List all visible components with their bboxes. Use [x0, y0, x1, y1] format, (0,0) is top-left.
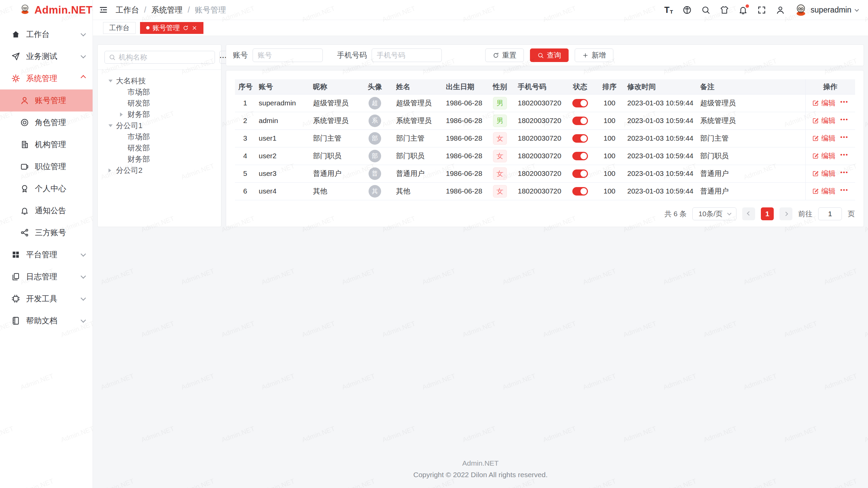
tree-node[interactable]: 财务部	[104, 109, 214, 120]
cell-modified: 2023-01-03 10:59:44	[624, 112, 697, 129]
row-actions: 编辑•••	[809, 169, 852, 178]
notification-icon[interactable]	[738, 5, 748, 15]
column-header-nickname: 昵称	[310, 79, 357, 94]
tab-account-management[interactable]: 账号管理	[140, 22, 203, 34]
sidebar-item-document[interactable]: 日志管理	[0, 266, 93, 288]
table-panel: 序号账号昵称头像姓名出生日期性别手机号码状态排序修改时间备注操作 1supera…	[226, 70, 864, 227]
breadcrumb-item[interactable]: 系统管理	[151, 5, 182, 15]
close-icon[interactable]	[192, 25, 197, 31]
more-actions-button[interactable]: •••	[840, 151, 848, 160]
edit-button[interactable]: 编辑	[812, 151, 835, 161]
user-icon	[20, 96, 29, 105]
status-toggle[interactable]	[572, 169, 588, 178]
status-toggle[interactable]	[572, 117, 588, 125]
theme-icon[interactable]	[720, 5, 729, 15]
sidebar-item-home[interactable]: 工作台	[0, 23, 93, 45]
tree-node[interactable]: 研发部	[104, 98, 214, 109]
sidebar-item-user[interactable]: 账号管理	[0, 89, 93, 111]
cell-name: 部门主管	[393, 129, 442, 147]
cell-birth: 1986-06-28	[442, 147, 486, 165]
status-toggle[interactable]	[572, 187, 588, 196]
language-icon[interactable]	[683, 5, 692, 15]
edit-button[interactable]: 编辑	[812, 116, 835, 125]
sidebar-item-link[interactable]: 三方账号	[0, 222, 93, 244]
edit-button[interactable]: 编辑	[812, 134, 835, 143]
profile-icon[interactable]	[776, 5, 785, 15]
more-actions-button[interactable]: •••	[840, 99, 848, 107]
org-tree-header: ...	[98, 51, 221, 70]
edit-button[interactable]: 编辑	[812, 186, 835, 196]
current-page[interactable]: 1	[761, 207, 774, 220]
reset-button[interactable]: 重置	[485, 48, 524, 62]
chevron-down-icon	[81, 251, 86, 257]
tree-node[interactable]: 市场部	[104, 86, 214, 98]
fullscreen-icon[interactable]	[757, 5, 766, 15]
breadcrumb-item[interactable]: 工作台	[116, 5, 139, 15]
sidebar-item-promotion[interactable]: 业务测试	[0, 45, 93, 67]
phone-input[interactable]	[372, 48, 442, 62]
user-menu[interactable]: superadmin	[794, 3, 858, 16]
edit-button[interactable]: 编辑	[812, 98, 835, 108]
org-search-input[interactable]	[119, 53, 211, 61]
tree-node[interactable]: 分公司1	[104, 120, 214, 131]
cell-nickname: 其他	[310, 182, 357, 200]
sidebar-item-office[interactable]: 机构管理	[0, 134, 93, 156]
more-actions-button[interactable]: •••	[840, 134, 848, 143]
sidebar-item-gear[interactable]: 系统管理	[0, 67, 93, 89]
more-actions-button[interactable]: •••	[840, 187, 848, 196]
cell-order: 100	[595, 147, 624, 165]
status-toggle[interactable]	[572, 152, 588, 160]
avatar: 系	[369, 115, 381, 127]
font-size-icon[interactable]: TT	[664, 6, 673, 14]
breadcrumb-separator: /	[144, 5, 146, 15]
sidebar-item-postcard[interactable]: 职位管理	[0, 156, 93, 178]
prev-page-button[interactable]	[742, 207, 755, 220]
goto-page-input[interactable]	[818, 207, 842, 220]
collapse-sidebar-icon[interactable]	[99, 5, 108, 15]
status-toggle[interactable]	[572, 99, 588, 107]
search-icon	[537, 52, 544, 59]
column-header-name: 姓名	[393, 79, 442, 94]
sidebar-item-notebook[interactable]: 帮助文档	[0, 310, 93, 332]
logo-monk-icon	[20, 4, 30, 17]
tree-node[interactable]: 市场部	[104, 131, 214, 142]
cell-birth: 1986-06-28	[442, 182, 486, 200]
column-header-modified: 修改时间	[624, 79, 697, 94]
tree-node[interactable]: 财务部	[104, 154, 214, 165]
tree-node[interactable]: 研发部	[104, 142, 214, 154]
refresh-icon[interactable]	[183, 25, 189, 31]
chevron-down-icon	[81, 53, 86, 59]
sidebar-item-label: 个人中心	[35, 183, 66, 194]
search-icon[interactable]	[701, 5, 710, 15]
sidebar-item-cpu[interactable]: 开发工具	[0, 288, 93, 310]
tree-node[interactable]: 分公司2	[104, 165, 214, 176]
plus-icon	[582, 52, 589, 59]
sidebar: Admin.NET 工作台业务测试系统管理账号管理角色管理机构管理职位管理个人中…	[0, 0, 93, 488]
sidebar-item-role[interactable]: 角色管理	[0, 111, 93, 134]
more-actions-button[interactable]: •••	[840, 116, 848, 125]
cell-index: 2	[235, 112, 255, 129]
add-button[interactable]: 新增	[575, 48, 613, 62]
page-size-select[interactable]: 10条/页	[692, 207, 736, 220]
more-actions-button[interactable]: •••	[840, 169, 848, 178]
cell-gender: 女	[486, 165, 514, 182]
sidebar-item-label: 通知公告	[35, 205, 66, 216]
tab-workbench[interactable]: 工作台	[103, 22, 136, 34]
org-tree-panel: ... 大名科技市场部研发部财务部分公司1市场部研发部财务部分公司2	[97, 44, 221, 227]
tree-node[interactable]: 大名科技	[104, 75, 214, 86]
cell-actions: 编辑•••	[805, 165, 855, 182]
query-button[interactable]: 查询	[530, 48, 569, 62]
account-input[interactable]	[253, 48, 323, 62]
sidebar-item-grid[interactable]: 平台管理	[0, 244, 93, 266]
cell-account: user1	[255, 129, 310, 147]
logo[interactable]: Admin.NET	[0, 0, 93, 20]
column-header-account: 账号	[255, 79, 310, 94]
sidebar-item-bell[interactable]: 通知公告	[0, 200, 93, 222]
status-toggle[interactable]	[572, 134, 588, 143]
cell-account: admin	[255, 112, 310, 129]
cell-name: 其他	[393, 182, 442, 200]
edit-button[interactable]: 编辑	[812, 169, 835, 178]
next-page-button[interactable]	[780, 207, 792, 220]
chevron-left-icon	[747, 211, 751, 216]
sidebar-item-medal[interactable]: 个人中心	[0, 178, 93, 200]
